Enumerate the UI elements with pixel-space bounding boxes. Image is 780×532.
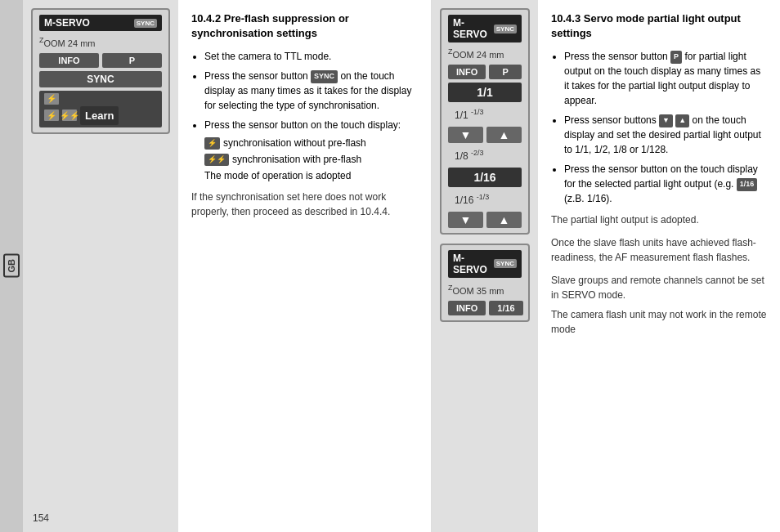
zoom-value-left: 24 mm [68, 38, 96, 48]
flash-icon-2: ⚡ [44, 110, 59, 121]
page-number: 154 [33, 512, 49, 524]
info-btn-bottom[interactable]: INFO [448, 301, 486, 315]
p-badge: P [670, 51, 682, 64]
fraction-1-16: 1/16 [448, 168, 522, 187]
zoom-line-center: ZOOM 24 mm [448, 46, 522, 61]
right-bullet-1: Press the sensor button P for partial li… [564, 49, 767, 108]
zoom-line-bottom: ZOOM 35 mm [448, 282, 522, 297]
down-badge: ▼ [659, 114, 673, 127]
right-bullet-2: Press sensor buttons ▼ ▲ on the touch di… [564, 113, 767, 157]
sync-bar-left: SYNC [39, 71, 162, 87]
gb-label: GB [3, 254, 20, 278]
info-p-row-bottom: INFO 1/16 [448, 301, 522, 315]
bullet-2: Press the sensor button SYNC on the touc… [204, 69, 418, 113]
flash2-text: synchronisation with pre-flash [232, 152, 361, 167]
center-device-top: M-SERVO SYNC ZOOM 24 mm INFO P 1/1 1/1 -… [440, 8, 530, 235]
zoom-value-center: 24 mm [477, 50, 504, 60]
bullet-1: Set the camera to TTL mode. [204, 49, 418, 64]
up-arrow-top[interactable]: ▲ [486, 127, 522, 143]
sync-badge-left: SYNC [134, 19, 157, 28]
sync-badge-bottom: SYNC [494, 259, 517, 268]
mservo-label-bottom: M-SERVO [453, 253, 491, 275]
value-1-16-btn[interactable]: 1/16 [489, 301, 522, 315]
zoom-text-left: OOM [44, 38, 68, 48]
sync-badge-inline: SYNC [311, 70, 338, 83]
mservo-label-center: M-SERVO [453, 17, 491, 40]
left-bullet-list: Set the camera to TTL mode. Press the se… [191, 49, 418, 183]
fraction-1-8: 1/8 -2/3 [448, 146, 522, 164]
left-device-panel: M-SERVO SYNC ZOOM 24 mm INFO P SYNC ⚡ ⚡ [23, 0, 178, 532]
camera-note: The camera flash unit may not work in th… [551, 307, 767, 337]
zoom-value-bottom: 35 mm [477, 285, 504, 295]
flash-icons-row: ⚡ ⚡ ⚡⚡ Learn [39, 91, 162, 127]
footer-note: If the synchronisation set here does not… [191, 190, 418, 219]
right-text-section: 10.4.3 Servo mode partial light output s… [538, 0, 780, 532]
center-device-panel: M-SERVO SYNC ZOOM 24 mm INFO P 1/1 1/1 -… [432, 0, 538, 532]
info-p-row-left: INFO P [39, 53, 162, 68]
mservo-bar-bottom: M-SERVO SYNC [448, 250, 522, 278]
learn-label[interactable]: Learn [80, 106, 119, 125]
flash-icon-item-2: ⚡ ⚡⚡ Learn [44, 106, 157, 125]
flash1-badge: ⚡ [204, 137, 220, 150]
up-arrow-bottom[interactable]: ▲ [486, 212, 522, 228]
flash-icon-1: ⚡ [44, 93, 59, 105]
partial-light-note: The partial light output is adopted. [551, 212, 767, 227]
right-bullet-3: Press the sensor button on the touch dis… [564, 162, 767, 206]
mservo-bar-left: M-SERVO SYNC [39, 15, 162, 31]
down-arrow-top[interactable]: ▼ [448, 127, 483, 143]
flash1-text: synchronisation without pre-flash [223, 136, 366, 150]
info-btn-left[interactable]: INFO [39, 53, 99, 68]
arrow-row-bottom: ▼ ▲ [448, 212, 522, 228]
slave-groups-note: Slave groups and remote channels cannot … [551, 273, 767, 302]
up-badge: ▲ [675, 114, 689, 127]
fraction-1-16-sub: 1/16 -1/3 [448, 190, 522, 208]
left-section-title: 10.4.2 Pre-flash suppression or synchron… [191, 11, 418, 41]
slave-note: Once the slave flash units have achieved… [551, 235, 767, 265]
gb-tab: GB [0, 0, 23, 532]
flash-icon-item-1: ⚡ [44, 93, 157, 105]
left-text-section: 10.4.2 Pre-flash suppression or synchron… [178, 0, 432, 532]
p-btn-center[interactable]: P [489, 65, 522, 79]
bullet-3: Press the sensor button on the touch dis… [204, 118, 418, 183]
arrow-row-top: ▼ ▲ [448, 127, 522, 143]
sync-badge-center: SYNC [494, 25, 517, 34]
fraction-1-1-sub: 1/1 -1/3 [448, 105, 522, 123]
down-arrow-bottom[interactable]: ▼ [448, 212, 483, 228]
p-btn-left[interactable]: P [102, 53, 162, 68]
mservo-label-left: M-SERVO [44, 17, 90, 29]
center-device-bottom: M-SERVO SYNC ZOOM 35 mm INFO 1/16 [440, 244, 530, 323]
info-p-row-center: INFO P [448, 65, 522, 79]
info-btn-center[interactable]: INFO [448, 65, 486, 79]
mode-note: The mode of operation is adopted [204, 170, 351, 181]
flash2-badge: ⚡⚡ [204, 154, 229, 167]
mservo-bar-center: M-SERVO SYNC [448, 15, 522, 42]
fraction-1-1: 1/1 [448, 83, 522, 102]
right-section-title: 10.4.3 Servo mode partial light output s… [551, 11, 767, 41]
right-bullet-list: Press the sensor button P for partial li… [551, 49, 767, 206]
left-device-screen: M-SERVO SYNC ZOOM 24 mm INFO P SYNC ⚡ ⚡ [31, 8, 170, 134]
example-badge: 1/16 [737, 178, 758, 191]
flash-icon-2b: ⚡⚡ [62, 110, 77, 121]
zoom-line-left: ZOOM 24 mm [39, 34, 162, 50]
